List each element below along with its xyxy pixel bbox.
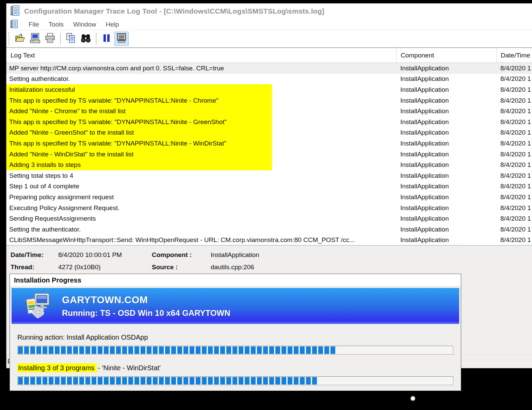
toolbar-separator: [96, 33, 96, 45]
detail-source-label: Source :: [152, 263, 211, 271]
table-cell: This app is specified by TS variable: "D…: [6, 118, 396, 126]
pause-button[interactable]: [99, 32, 114, 46]
table-row[interactable]: This app is specified by TS variable: "D…: [6, 95, 532, 106]
table-row[interactable]: MP server http://CM.corp.viamonstra.com …: [6, 63, 532, 74]
installer-icon: [25, 292, 50, 320]
table-cell: InstallApplication: [396, 161, 496, 169]
table-row[interactable]: CLibSMSMessageWinHttpTransport::Send: Wi…: [6, 235, 532, 246]
table-row[interactable]: Setting the authenticator.InstallApplica…: [6, 224, 532, 235]
menu-window[interactable]: Window: [68, 21, 101, 28]
dialog-title: Installation Progress: [10, 274, 461, 287]
table-cell: 8/4/2020 1: [496, 193, 532, 201]
column-header-datetime[interactable]: Date/Time: [496, 48, 532, 63]
window-title: Configuration Manager Trace Log Tool - […: [24, 7, 324, 15]
computer-button[interactable]: [28, 32, 42, 46]
table-row[interactable]: Setting total steps to 4InstallApplicati…: [6, 170, 532, 181]
table-cell: Setting the authenticator.: [6, 226, 396, 233]
table-cell: InstallApplication: [396, 204, 496, 212]
menu-help[interactable]: Help: [101, 21, 124, 28]
dialog-body: Running action: Install Application OSDA…: [10, 334, 461, 385]
menu-file[interactable]: File: [24, 21, 44, 28]
table-row[interactable]: Initialization successfulInstallApplicat…: [6, 84, 532, 95]
toolbar-separator: [60, 33, 61, 45]
program-progress-bar: [17, 376, 453, 385]
brand-text: GARYTOWN.COM: [62, 294, 230, 306]
open-folder-icon: [15, 33, 26, 45]
table-cell: 8/4/2020 1: [496, 140, 532, 147]
table-cell: 8/4/2020 1: [496, 204, 532, 212]
column-header-log-text[interactable]: Log Text: [6, 48, 396, 63]
table-cell: 8/4/2020 1: [496, 236, 532, 244]
table-cell: Preparing policy assignment request: [6, 193, 396, 201]
running-action-text: Running action: Install Application OSDA…: [17, 334, 453, 341]
overall-progress-fill: [18, 346, 335, 354]
table-cell: InstallApplication: [396, 193, 496, 201]
table-cell: 8/4/2020 1: [496, 183, 532, 190]
table-cell: 8/4/2020 1: [496, 172, 532, 180]
table-cell: This app is specified by TS variable: "D…: [6, 97, 396, 104]
program-progress-fill: [18, 377, 318, 385]
table-cell: 8/4/2020 1: [496, 226, 532, 233]
app-icon: [10, 5, 20, 17]
detail-thread-label: Thread:: [11, 263, 58, 271]
cursor-dot: [411, 396, 415, 400]
table-cell: InstallApplication: [396, 65, 496, 72]
table-cell: 8/4/2020 1: [496, 161, 532, 169]
table-row[interactable]: Step 1 out of 4 completeInstallApplicati…: [6, 181, 532, 192]
running-task-sequence-text: Running: TS - OSD Win 10 x64 GARYTOWN: [62, 308, 230, 318]
table-cell: InstallApplication: [396, 183, 496, 190]
table-cell: InstallApplication: [396, 226, 496, 233]
table-cell: InstallApplication: [396, 129, 496, 136]
table-row[interactable]: Preparing policy assignment requestInsta…: [6, 192, 532, 203]
toolbar-gripper[interactable]: [9, 32, 10, 45]
table-cell: Sending RequestAssignments: [6, 215, 396, 222]
table-cell: InstallApplication: [396, 151, 496, 158]
open-button[interactable]: [13, 32, 27, 46]
table-row[interactable]: This app is specified by TS variable: "D…: [6, 117, 532, 127]
menu-tools[interactable]: Tools: [44, 21, 68, 28]
copy-button[interactable]: [64, 32, 78, 46]
printer-icon: [45, 33, 55, 45]
table-cell: 8/4/2020 1: [496, 97, 532, 104]
menu-bar: File Tools Window Help: [6, 19, 532, 30]
copy-icon: [66, 33, 76, 45]
document-icon: [10, 19, 18, 30]
table-cell: Executing Policy Assignment Request.: [6, 204, 396, 212]
table-row[interactable]: Sending RequestAssignmentsInstallApplica…: [6, 213, 532, 224]
detail-source-value: dautils.cpp:206: [211, 263, 254, 271]
table-row[interactable]: Added "Ninite - GreenShot" to the instal…: [6, 127, 532, 138]
table-cell: InstallApplication: [396, 118, 496, 126]
column-header-component[interactable]: Component: [396, 48, 496, 63]
pause-icon: [102, 33, 111, 44]
table-cell: This app is specified by TS variable: "D…: [6, 140, 396, 147]
table-row[interactable]: Setting authenticator.InstallApplication…: [6, 74, 532, 85]
overall-progress-bar: [17, 346, 453, 355]
table-cell: 8/4/2020 1: [496, 86, 532, 93]
table-cell: Step 1 out of 4 complete: [6, 183, 396, 190]
table-cell: InstallApplication: [396, 86, 496, 93]
print-button[interactable]: [43, 32, 57, 46]
table-row[interactable]: Added "Ninite - WinDirStat" to the insta…: [6, 149, 532, 160]
table-row[interactable]: Added "Ninite - Chrome" to the install l…: [6, 106, 532, 117]
installing-status-line: Installing 3 of 3 programs- 'Ninite - Wi…: [17, 364, 453, 372]
table-cell: 8/4/2020 1: [496, 215, 532, 222]
computer-icon: [30, 33, 41, 45]
details-view-button[interactable]: [114, 32, 129, 46]
detail-component-label: Component :: [152, 251, 211, 259]
table-row[interactable]: This app is specified by TS variable: "D…: [6, 138, 532, 149]
detail-component-value: InstallApplication: [211, 251, 259, 259]
toolbar: [6, 30, 532, 48]
details-view-icon: [116, 33, 127, 45]
table-cell: InstallApplication: [396, 140, 496, 147]
table-cell: CLibSMSMessageWinHttpTransport::Send: Wi…: [6, 236, 396, 244]
table-row[interactable]: Executing Policy Assignment Request.Inst…: [6, 203, 532, 213]
table-row[interactable]: Adding 3 installs to stepsInstallApplica…: [6, 159, 532, 170]
table-cell: Setting total steps to 4: [6, 172, 396, 180]
table-cell: Added "Ninite - Chrome" to the install l…: [6, 107, 396, 115]
find-button[interactable]: [79, 32, 93, 46]
table-cell: MP server http://CM.corp.viamonstra.com …: [6, 65, 396, 72]
table-cell: Added "Ninite - GreenShot" to the instal…: [6, 129, 396, 136]
table-cell: InstallApplication: [396, 107, 496, 115]
table-cell: 8/4/2020 1: [496, 129, 532, 136]
log-grid: Log Text Component Date/Time MP server h…: [6, 48, 532, 245]
